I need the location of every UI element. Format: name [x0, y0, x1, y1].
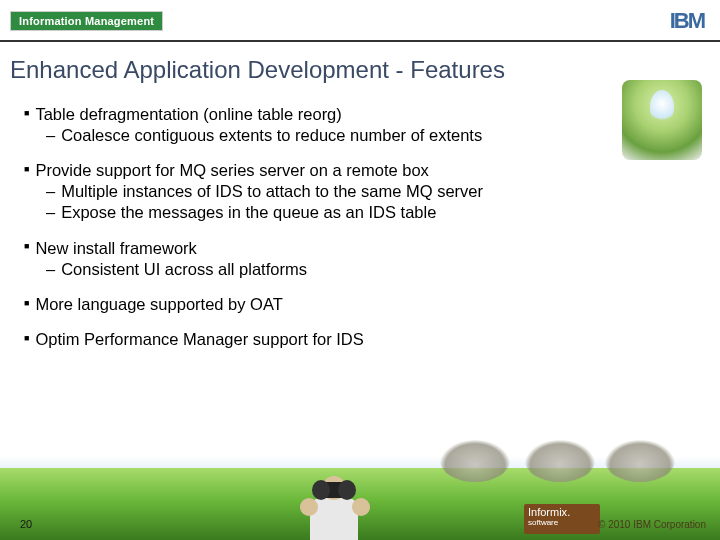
copyright-text: © 2010 IBM Corporation — [598, 519, 706, 530]
sub-bullet: Coalesce contiguous extents to reduce nu… — [46, 125, 696, 146]
header-bar: Information Management IBM — [0, 0, 720, 42]
footer-area: Informix. software 20 © 2010 IBM Corpora… — [0, 420, 720, 540]
bullet-item: Table defragmentation (online table reor… — [24, 104, 696, 146]
bullet-subs: Consistent UI across all platforms — [24, 259, 696, 280]
animal-silhouette-icon — [440, 440, 510, 482]
sub-bullet: Consistent UI across all platforms — [46, 259, 696, 280]
bullet-item: Provide support for MQ series server on … — [24, 160, 696, 223]
binoculars-icon — [314, 482, 354, 498]
bullet-item: More language supported by OAT — [24, 294, 696, 315]
page-number: 20 — [20, 518, 32, 530]
informix-logo: Informix. software — [524, 504, 600, 534]
lightbulb-leaf-image — [622, 80, 702, 160]
bullet-subs: Multiple instances of IDS to attach to t… — [24, 181, 696, 223]
bullet-head: New install framework — [24, 238, 696, 259]
slide-title: Enhanced Application Development - Featu… — [0, 42, 720, 100]
bullet-list: Table defragmentation (online table reor… — [0, 100, 720, 350]
sub-bullet: Multiple instances of IDS to attach to t… — [46, 181, 696, 202]
bullet-head: Table defragmentation (online table reor… — [24, 104, 696, 125]
hands-image — [300, 498, 370, 516]
bullet-item: New install framework Consistent UI acro… — [24, 238, 696, 280]
animal-silhouette-icon — [605, 440, 675, 482]
bullet-item: Optim Performance Manager support for ID… — [24, 329, 696, 350]
bullet-head: More language supported by OAT — [24, 294, 696, 315]
bullet-subs: Coalesce contiguous extents to reduce nu… — [24, 125, 696, 146]
bullet-head: Provide support for MQ series server on … — [24, 160, 696, 181]
info-mgmt-badge: Information Management — [10, 11, 163, 31]
animal-silhouette-icon — [525, 440, 595, 482]
informix-logo-line1: Informix — [528, 506, 567, 518]
informix-logo-line2: software — [528, 519, 596, 527]
ibm-logo: IBM — [670, 8, 704, 34]
sub-bullet: Expose the messages in the queue as an I… — [46, 202, 696, 223]
bullet-head: Optim Performance Manager support for ID… — [24, 329, 696, 350]
